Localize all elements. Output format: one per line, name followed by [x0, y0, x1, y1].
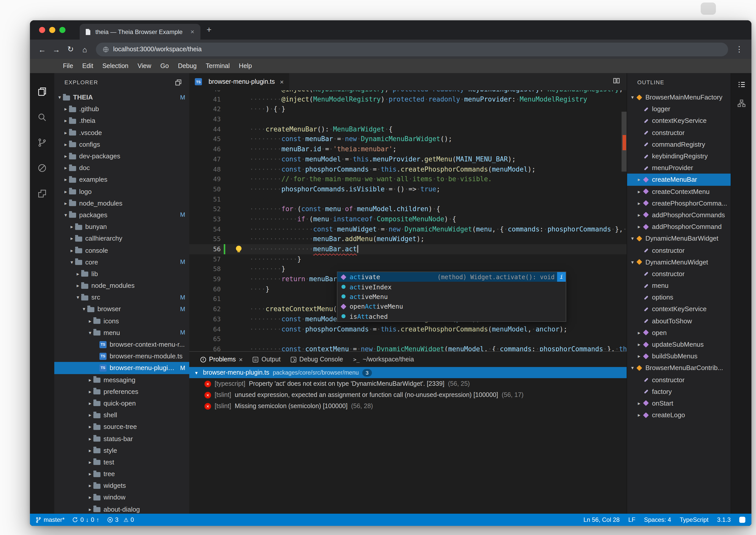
outline-item-addphosphorcommands[interactable]: ▸addPhosphorCommands: [627, 209, 731, 221]
tree-folder-quick-open[interactable]: ▸quick-open: [54, 397, 189, 409]
tree-folder-console[interactable]: ▸console: [54, 244, 189, 256]
outline-item-dynamicmenubarwidget[interactable]: ▾DynamicMenuBarWidget: [627, 233, 731, 244]
tree-folder-core[interactable]: ▾coreM: [54, 256, 189, 268]
suggest-item-openactivemenu[interactable]: openActiveMenu: [338, 301, 566, 311]
outline-item-contextkeyservice[interactable]: contextKeyService: [627, 115, 731, 127]
menubar-item-go[interactable]: Go: [156, 59, 173, 73]
outline-item-options[interactable]: options: [627, 291, 731, 303]
forward-button[interactable]: →: [49, 42, 64, 56]
menubar-item-terminal[interactable]: Terminal: [201, 59, 234, 73]
code-line-56[interactable]: 56················menuBar.act: [189, 244, 627, 254]
code-line-57[interactable]: 57············}: [189, 254, 627, 264]
suggest-info-icon[interactable]: i: [557, 272, 566, 282]
new-tab-button[interactable]: +: [201, 25, 218, 35]
outline-item-constructor[interactable]: constructor: [627, 268, 731, 280]
lightbulb-icon[interactable]: [236, 246, 241, 251]
code-line-47[interactable]: 47········const·menuModel·=·this.menuPro…: [189, 154, 627, 164]
menubar-item-edit[interactable]: Edit: [78, 59, 98, 73]
menubar-item-help[interactable]: Help: [234, 59, 256, 73]
tree-folder-window[interactable]: ▸window: [54, 492, 189, 503]
search-icon[interactable]: [30, 104, 54, 130]
outline-item-constructor[interactable]: constructor: [627, 374, 731, 385]
debug-icon[interactable]: [30, 155, 54, 181]
code-editor[interactable]: 40········@inject(KeybindingRegistry)·pr…: [189, 90, 627, 351]
tree-folder-theia[interactable]: ▾THEIAM: [54, 91, 189, 103]
outline-item-constructor[interactable]: constructor: [627, 127, 731, 138]
code-line-53[interactable]: 53············if·(menu·instanceof·Compos…: [189, 214, 627, 224]
panel-tab-debug-console[interactable]: Debug Console: [286, 352, 348, 367]
outline-item-createphosphorcomma[interactable]: ▸createPhosphorComma...: [627, 197, 731, 209]
suggest-item-isattached[interactable]: isAttached: [338, 311, 566, 321]
tree-folder-shell[interactable]: ▸shell: [54, 409, 189, 421]
open-editors-icon[interactable]: [175, 78, 182, 86]
tree-folder-bunyan[interactable]: ▸bunyan: [54, 221, 189, 233]
outline-item-factory[interactable]: factory: [627, 385, 731, 397]
code-line-64[interactable]: 64········const·phosphorCommands·=·this.…: [189, 324, 627, 334]
tree-folder-widgets[interactable]: ▸widgets: [54, 480, 189, 491]
source-control-icon[interactable]: [30, 130, 54, 155]
tree-file-browser-context-menu-r[interactable]: TSbrowser-context-menu-r...: [54, 339, 189, 350]
zoom-window-button[interactable]: [59, 27, 66, 33]
reload-button[interactable]: ↻: [64, 42, 78, 56]
tree-file-browser-menu-plugin-ts[interactable]: TSbrowser-menu-plugin.tsM: [54, 362, 189, 374]
tree-folder-icons[interactable]: ▸icons: [54, 315, 189, 327]
outline-item-createlogo[interactable]: ▸createLogo: [627, 409, 731, 421]
menubar-item-view[interactable]: View: [133, 59, 156, 73]
code-line-42[interactable]: 42····)·{·}: [189, 104, 627, 114]
code-line-55[interactable]: 55················menuBar.addMenu(menuWi…: [189, 234, 627, 244]
tree-folder-callhierarchy[interactable]: ▸callhierarchy: [54, 233, 189, 244]
editor-tab-browser-menu-plugin-ts[interactable]: TS browser-menu-plugin.ts ×: [189, 73, 289, 90]
tree-folder-configs[interactable]: ▸configs: [54, 139, 189, 150]
address-bar[interactable]: localhost:3000/workspace/theia: [96, 42, 728, 56]
tree-folder-source-tree[interactable]: ▸source-tree: [54, 421, 189, 433]
outline-item-contextkeyservice[interactable]: contextKeyService: [627, 303, 731, 315]
code-line-40[interactable]: 40········@inject(KeybindingRegistry)·pr…: [189, 90, 627, 94]
code-line-45[interactable]: 45········const·menuBar·=·new·DynamicMen…: [189, 134, 627, 144]
code-line-49[interactable]: 49········//·for·the·main·menu·we·want·a…: [189, 174, 627, 184]
code-line-46[interactable]: 46········menuBar.id·=·'theia:menubar';: [189, 144, 627, 154]
problem-row-3[interactable]: ×[tslint]Missing semicolon (semicolon) […: [189, 401, 627, 412]
typescript-version-status[interactable]: 3.1.3: [717, 516, 731, 523]
outline-item-abouttoshow[interactable]: aboutToShow: [627, 315, 731, 327]
outline-item-keybindingregistry[interactable]: keybindingRegistry: [627, 150, 731, 162]
tree-folder-tree[interactable]: ▸tree: [54, 468, 189, 480]
outline-item-open[interactable]: ▸open: [627, 327, 731, 339]
code-line-65[interactable]: 65: [189, 334, 627, 344]
extensions-icon[interactable]: [30, 181, 54, 206]
git-sync-status[interactable]: 0↓ 0↑: [72, 516, 99, 523]
tree-folder-status-bar[interactable]: ▸status-bar: [54, 433, 189, 444]
code-line-52[interactable]: 52········for·(const·menu·of·menuModel.c…: [189, 204, 627, 214]
tree-folder-src[interactable]: ▾srcM: [54, 291, 189, 303]
tree-folder-test[interactable]: ▸test: [54, 456, 189, 468]
outline-item-updatesubmenus[interactable]: ▸updateSubMenus: [627, 339, 731, 350]
close-icon[interactable]: ×: [280, 78, 284, 86]
tree-folder-github[interactable]: ▸.github: [54, 103, 189, 115]
outline-item-addphosphorcommand[interactable]: ▸addPhosphorCommand: [627, 221, 731, 233]
tree-folder-logo[interactable]: ▸logo: [54, 185, 189, 197]
tree-folder-theia[interactable]: ▸.theia: [54, 115, 189, 127]
eol-status[interactable]: LF: [628, 516, 635, 523]
panel-tab-output[interactable]: Output: [248, 352, 286, 367]
files-icon[interactable]: [30, 79, 54, 104]
code-line-51[interactable]: 51: [189, 194, 627, 204]
tree-folder-browser[interactable]: ▾browserM: [54, 303, 189, 315]
tree-folder-lib[interactable]: ▸lib: [54, 268, 189, 280]
code-line-48[interactable]: 48········const·phosphorCommands·=·this.…: [189, 164, 627, 174]
tree-folder-menu[interactable]: ▾menuM: [54, 327, 189, 339]
tree-folder-style[interactable]: ▸style: [54, 444, 189, 456]
outline-item-createmenubar[interactable]: ▸createMenuBar: [627, 174, 731, 185]
menubar-item-file[interactable]: File: [58, 59, 78, 73]
tree-folder-node-modules[interactable]: ▸node_modules: [54, 197, 189, 209]
problem-row-1[interactable]: ×[typescript]Property 'act' does not exi…: [189, 378, 627, 389]
tree-folder-examples[interactable]: ▸examples: [54, 174, 189, 185]
tree-folder-packages[interactable]: ▾packagesM: [54, 209, 189, 221]
outline-item-menu[interactable]: menu: [627, 280, 731, 291]
outline-item-browsermenubarcontrib[interactable]: ▾BrowserMenuBarContrib...: [627, 362, 731, 374]
indentation-status[interactable]: Spaces: 4: [644, 516, 671, 523]
outline-item-onstart[interactable]: ▸onStart: [627, 397, 731, 409]
code-line-43[interactable]: 43: [189, 114, 627, 124]
problem-row-2[interactable]: ×[tslint]unused expression, expected an …: [189, 389, 627, 401]
problem-file-group[interactable]: ▾ browser-menu-plugin.ts packages/core/s…: [189, 367, 627, 378]
suggest-item-activate[interactable]: activate(method) Widget.activate(): void…: [338, 272, 566, 282]
code-line-66[interactable]: 66········const·contextMenu·=·new·Dynami…: [189, 344, 627, 351]
